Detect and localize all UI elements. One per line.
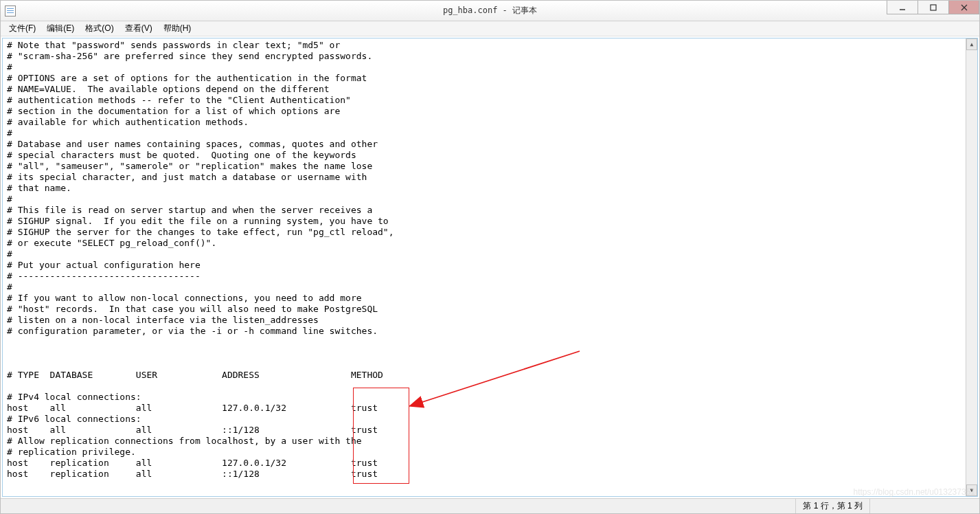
editor-container: # Note that "password" sends passwords i… [2, 38, 978, 497]
minimize-button[interactable] [887, 1, 918, 14]
menu-view[interactable]: 查看(V) [119, 21, 158, 36]
status-blank [869, 499, 979, 513]
vertical-scrollbar[interactable]: ▲ ▼ [966, 38, 977, 496]
svg-rect-1 [931, 5, 936, 10]
menu-format[interactable]: 格式(O) [80, 21, 119, 36]
notepad-icon [5, 5, 16, 16]
statusbar: 第 1 行，第 1 列 [1, 498, 979, 513]
menu-edit[interactable]: 编辑(E) [41, 21, 80, 36]
close-icon [961, 4, 968, 11]
minimize-icon [899, 4, 906, 11]
notepad-window: pg_hba.conf - 记事本 文件(F) 编辑(E) 格式(O) 查看(V… [0, 0, 980, 514]
maximize-icon [930, 4, 937, 11]
text-editor[interactable]: # Note that "password" sends passwords i… [3, 38, 977, 496]
menubar: 文件(F) 编辑(E) 格式(O) 查看(V) 帮助(H) [1, 21, 979, 36]
scroll-up-arrow-icon[interactable]: ▲ [966, 38, 977, 50]
close-button[interactable] [948, 1, 979, 14]
window-controls [887, 1, 979, 21]
menu-file[interactable]: 文件(F) [3, 21, 41, 36]
menu-help[interactable]: 帮助(H) [158, 21, 197, 36]
titlebar[interactable]: pg_hba.conf - 记事本 [1, 1, 979, 21]
cursor-position: 第 1 行，第 1 列 [795, 499, 869, 513]
maximize-button[interactable] [918, 1, 948, 14]
window-title: pg_hba.conf - 记事本 [443, 5, 537, 16]
scroll-down-arrow-icon[interactable]: ▼ [966, 484, 977, 496]
